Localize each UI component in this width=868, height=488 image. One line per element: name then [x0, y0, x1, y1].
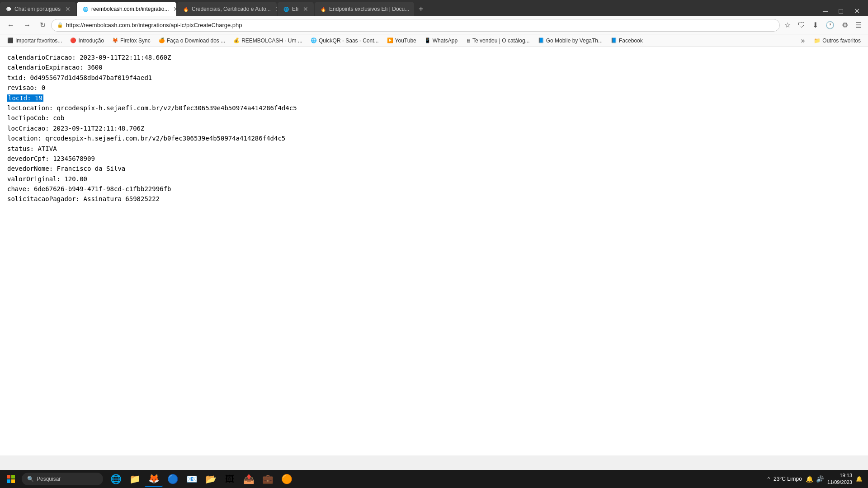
tab-label-chat: Chat em português [14, 6, 61, 12]
content-text-14: chave: 6de67626-b949-471f-98cd-c1fbb2299… [7, 185, 171, 192]
bookmark-reembolcash[interactable]: 💰 REEMBOLCASH - Um ... [230, 37, 306, 45]
edge-icon: 🌐 [110, 474, 122, 484]
taskbar-files-app[interactable]: 📂 [202, 471, 220, 487]
bookmark-facebook[interactable]: 📘 Facebook [607, 37, 646, 45]
extra-icon: 🟠 [281, 474, 292, 484]
bookmarks-more-button[interactable]: » [797, 35, 808, 47]
firefox-icon: 🦊 [148, 473, 160, 484]
bookmark-favicon-gomobile: 📘 [538, 38, 544, 43]
bookmark-download[interactable]: 🍊 Faça o Download dos ... [155, 37, 229, 45]
bookmark-favicon-download: 🍊 [159, 38, 165, 43]
extension-icon[interactable]: ⚙ [839, 19, 851, 31]
bookmark-gomobile[interactable]: 📘 Go Mobile by VegaTh... [534, 37, 606, 45]
content-text-13: valorOriginal: 120.00 [7, 175, 87, 183]
content-line-11: devedorCpf: 12345678909 [7, 154, 861, 164]
browser-window: 💬 Chat em português ✕ 🌐 reembolcash.com.… [0, 0, 868, 455]
system-tray: ^ [767, 476, 770, 482]
bookmark-label-introducao: Introdução [78, 38, 104, 44]
url-bar[interactable]: 🔒 https://reembolcash.com.br/integration… [51, 19, 780, 32]
bookmark-favicon-introducao: 🔴 [70, 38, 76, 43]
content-text-10: status: ATIVA [7, 145, 57, 152]
minimize-button[interactable]: ─ [818, 6, 832, 16]
tab-credenciais[interactable]: 🔥 Credenciais, Certificado e Auto... ✕ [177, 2, 277, 16]
bookmark-tevendeu[interactable]: 🖥 Te vendeu | O catálog... [462, 37, 533, 45]
tab-favicon-credenciais: 🔥 [183, 6, 189, 12]
taskbar-mail-app[interactable]: 📧 [183, 471, 201, 487]
bookmark-label-gomobile: Go Mobile by VegaTh... [546, 38, 603, 44]
bookmark-introducao[interactable]: 🔴 Introdução [66, 37, 108, 45]
lock-icon: 🔒 [57, 22, 63, 28]
tab-endpoints[interactable]: 🔥 Endpoints exclusivos Efi | Docu... ✕ [315, 2, 414, 16]
content-text-8: locCriacao: 2023-09-11T22:11:48.706Z [7, 125, 144, 132]
svg-rect-3 [11, 479, 15, 483]
content-line-1: calendarioCriacao: 2023-09-11T22:11:48.6… [7, 52, 861, 62]
star-button[interactable]: ☆ [782, 19, 793, 31]
tab-efi[interactable]: 🌐 Efi ✕ [278, 2, 314, 16]
content-text-2: calendarioExpiracao: 3600 [7, 64, 103, 71]
image-icon: 🖼 [225, 474, 234, 484]
content-line-7: locTipoCob: cob [7, 113, 861, 123]
tab-reembolcash[interactable]: 🌐 reembolcash.com.br/integratio... ✕ [77, 2, 176, 16]
taskbar-edge-app[interactable]: 🌐 [107, 471, 125, 487]
content-text-7: locTipoCob: cob [7, 114, 64, 122]
bookmarks-bar: ⬛ Importar favoritos... 🔴 Introdução 🦊 F… [0, 34, 868, 47]
taskbar-image-app[interactable]: 🖼 [221, 471, 239, 487]
bookmark-quickqr[interactable]: 🌐 QuickQR - Saas - Cont... [307, 37, 382, 45]
content-line-15: solicitacaoPagador: Assinatura 659825222 [7, 194, 861, 204]
files-icon: 📂 [205, 474, 217, 484]
download-icon[interactable]: ⬇ [810, 19, 821, 31]
taskbar-clock[interactable]: 19:13 11/09/2023 [827, 472, 852, 486]
tab-chat[interactable]: 💬 Chat em português ✕ [0, 2, 76, 16]
content-text-12: devedorNome: Francisco da Silva [7, 165, 125, 172]
folder-icon: 📁 [814, 38, 821, 44]
taskbar-extra-app[interactable]: 🟠 [278, 471, 296, 487]
taskbar-chrome-app[interactable]: 🔵 [164, 471, 182, 487]
bookmark-whatsapp[interactable]: 📱 WhatsApp [421, 37, 461, 45]
windows-logo-icon [7, 475, 15, 483]
notification-icon[interactable]: 🔔 [856, 476, 863, 482]
time-display: 19:13 [840, 472, 852, 479]
forward-button[interactable]: → [20, 19, 34, 31]
taskbar-explorer-app[interactable]: 📁 [126, 471, 144, 487]
history-icon[interactable]: 🕐 [823, 19, 837, 31]
taskbar-fz-app[interactable]: 📤 [240, 471, 258, 487]
bookmark-outros-favoritos[interactable]: 📁 Outros favoritos [810, 37, 864, 45]
tab-close-efi[interactable]: ✕ [303, 5, 308, 13]
content-text-5-highlighted: locId: 19 [7, 94, 43, 102]
bookmark-firefox-sync[interactable]: 🦊 Firefox Sync [108, 37, 154, 45]
bookmark-favicon-quickqr: 🌐 [311, 38, 317, 43]
content-text-11: devedorCpf: 12345678909 [7, 155, 95, 162]
teams-icon: 💼 [262, 474, 274, 484]
chrome-icon: 🔵 [167, 474, 179, 484]
shield-icon[interactable]: 🛡 [795, 19, 808, 31]
bookmark-label-firefox-sync: Firefox Sync [120, 38, 151, 44]
back-button[interactable]: ← [4, 19, 18, 31]
tab-close-reembolcash[interactable]: ✕ [173, 5, 176, 13]
tab-favicon-chat: 💬 [5, 6, 12, 12]
tab-close-endpoints[interactable]: ✕ [414, 5, 414, 13]
bookmark-youtube[interactable]: ▶️ YouTube [383, 37, 420, 45]
menu-button[interactable]: ☰ [853, 19, 864, 31]
bookmark-favicon-firefox-sync: 🦊 [112, 38, 118, 43]
content-line-5: locId: 19 [7, 93, 861, 103]
start-button[interactable] [2, 471, 20, 487]
content-text-4: revisao: 0 [7, 84, 45, 91]
content-line-6: locLocation: qrcodespix-h.sejaefi.com.br… [7, 103, 861, 113]
close-button[interactable]: ✕ [849, 6, 864, 16]
taskbar-firefox-app[interactable]: 🦊 [145, 471, 163, 487]
bookmark-importar[interactable]: ⬛ Importar favoritos... [4, 37, 66, 45]
tab-close-credenciais[interactable]: ✕ [275, 5, 277, 13]
tray-arrow[interactable]: ^ [767, 476, 770, 482]
tab-close-chat[interactable]: ✕ [65, 5, 71, 13]
taskbar-apps: 🌐 📁 🦊 🔵 📧 📂 🖼 📤 💼 🟠 [107, 471, 296, 487]
content-line-13: valorOriginal: 120.00 [7, 174, 861, 184]
reload-button[interactable]: ↻ [36, 19, 49, 31]
new-tab-button[interactable]: + [415, 2, 427, 16]
tab-label-credenciais: Credenciais, Certificado e Auto... [192, 6, 271, 12]
content-line-2: calendarioExpiracao: 3600 [7, 62, 861, 72]
search-icon: 🔍 [27, 476, 34, 482]
taskbar-search-box[interactable]: 🔍 Pesquisar [22, 473, 103, 485]
maximize-button[interactable]: □ [834, 6, 848, 16]
bookmark-favicon-importar: ⬛ [7, 38, 14, 43]
taskbar-teams-app[interactable]: 💼 [259, 471, 277, 487]
